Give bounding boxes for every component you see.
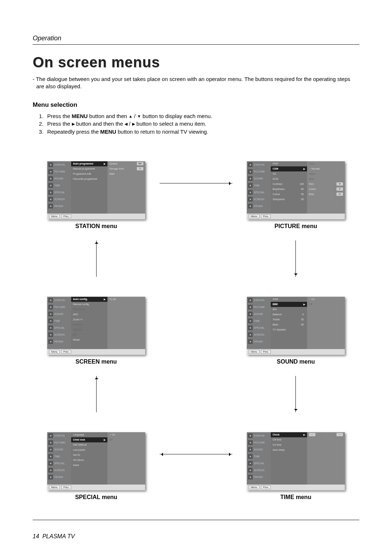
sidebar-item[interactable]: ■SCREEN (47, 467, 71, 474)
menu-item[interactable]: Sharpness50 (271, 197, 307, 202)
sidebar-item[interactable]: ■PICTURE (47, 168, 71, 175)
sidebar-item[interactable]: ■SOUND (47, 311, 71, 317)
sidebar-item[interactable]: ■SOUND (247, 175, 271, 182)
menu-item[interactable]: ACM (271, 177, 307, 182)
menu-button[interactable]: Menu (49, 485, 60, 489)
sidebar-item[interactable]: ■SOUND (47, 175, 71, 182)
menu-item[interactable]: Blue0 (307, 192, 345, 197)
menu-item[interactable]: Language (71, 432, 107, 437)
sidebar-item[interactable]: ■STATION (47, 297, 71, 304)
prev-button[interactable]: Prev. (61, 350, 72, 354)
prev-button[interactable]: Prev. (261, 350, 271, 354)
sidebar-item[interactable]: ■PICTURE (47, 439, 71, 446)
menu-item[interactable]: On time (271, 442, 307, 447)
sidebar-item[interactable]: ■PIP/DW (247, 203, 271, 210)
sidebar-item[interactable]: ■SCREEN (47, 196, 71, 203)
sidebar-item[interactable]: ■SCREEN (47, 331, 71, 338)
menu-item[interactable]: Programme edit (71, 171, 107, 177)
sidebar-item[interactable]: ■PICTURE (47, 304, 71, 311)
menu-item[interactable]: Start (107, 171, 145, 177)
menu-item[interactable]: Auto config. (71, 297, 107, 302)
sidebar-item[interactable]: ■TIME (47, 182, 71, 189)
sidebar-item[interactable]: ■PICTURE (247, 439, 271, 446)
sidebar-item[interactable]: ■TIME (247, 182, 271, 189)
sidebar-item[interactable]: ■PIP/DW (47, 203, 71, 210)
menu-item[interactable]: Storage from1 (107, 166, 145, 171)
prev-button[interactable]: Prev. (61, 485, 72, 489)
menu-item[interactable]: Low power (71, 447, 107, 453)
sidebar-item[interactable]: ■STATION (47, 161, 71, 168)
menu-item[interactable]: Reset (71, 337, 107, 343)
menu-item[interactable]: Position (71, 322, 107, 327)
menu-item[interactable]: Balance0 (271, 312, 307, 317)
menu-item[interactable]: Cool (307, 161, 345, 166)
menu-item[interactable]: Auto programme (71, 161, 107, 166)
sidebar-item[interactable]: ■TIME (247, 453, 271, 460)
menu-item[interactable]: Favourite programme (71, 177, 107, 182)
menu-item[interactable]: Normal (307, 166, 345, 171)
sidebar-item[interactable]: ■SPECIAL (47, 189, 71, 196)
menu-item[interactable]: Index (71, 463, 107, 468)
menu-item[interactable]: BBE (271, 302, 307, 307)
menu-button[interactable]: Menu (249, 485, 260, 489)
menu-button[interactable]: Menu (49, 350, 60, 354)
menu-item[interactable]: NR (71, 332, 107, 337)
sidebar-item[interactable]: ■PIP/DW (247, 474, 271, 481)
menu-item[interactable]: CSM (271, 166, 307, 171)
menu-item[interactable]: Green0 (307, 187, 345, 192)
menu-item[interactable]: Colour50 (271, 192, 307, 197)
sidebar-item[interactable]: ■STATION (247, 297, 271, 304)
prev-button[interactable]: Prev. (61, 214, 72, 218)
sidebar-item[interactable]: ■TIME (247, 317, 271, 324)
menu-item[interactable]: SystemBG (107, 161, 145, 166)
menu-item[interactable]: Bass50 (271, 322, 307, 327)
menu-item[interactable]: Set ID (71, 453, 107, 458)
sidebar-item[interactable]: ■SPECIAL (47, 324, 71, 331)
sidebar-item[interactable]: ■SOUND (247, 446, 271, 453)
sidebar-item[interactable]: ■STATION (247, 161, 271, 168)
menu-item[interactable]: SSM (271, 297, 307, 302)
menu-item[interactable]: Auto sleep (271, 447, 307, 453)
sidebar-item[interactable]: ■TIME (47, 317, 71, 324)
menu-item[interactable]: Off (307, 302, 345, 307)
menu-item[interactable]: XD (271, 171, 307, 177)
menu-item[interactable]: Contrast100 (271, 182, 307, 187)
sidebar-item[interactable]: ■SCREEN (247, 196, 271, 203)
menu-item[interactable]: Child lock (71, 437, 107, 442)
menu-button[interactable]: Menu (49, 214, 60, 218)
menu-item[interactable]: On (107, 432, 145, 437)
menu-item[interactable]: TV Speaker (271, 327, 307, 332)
menu-item[interactable]: User (307, 177, 345, 182)
menu-item[interactable]: Brightness60 (271, 187, 307, 192)
menu-item[interactable]: Warm (307, 171, 345, 177)
sidebar-item[interactable]: ■SCREEN (247, 331, 271, 338)
sidebar-item[interactable]: ■SOUND (47, 446, 71, 453)
menu-button[interactable]: Menu (249, 214, 260, 218)
menu-item[interactable]: Manual config. (71, 302, 107, 307)
menu-item[interactable]: VGA Mode (71, 307, 107, 312)
menu-button[interactable]: Menu (249, 350, 260, 354)
sidebar-item[interactable]: ■TIME (47, 453, 71, 460)
menu-item[interactable]: ARC (71, 312, 107, 317)
menu-item[interactable]: Off time (271, 437, 307, 442)
sidebar-item[interactable]: ■PICTURE (247, 168, 271, 175)
sidebar-item[interactable]: ■SPECIAL (247, 324, 271, 331)
sidebar-item[interactable]: ■SPECIAL (47, 460, 71, 467)
menu-item[interactable]: On (307, 297, 345, 302)
sidebar-item[interactable]: ■PIP/DW (247, 338, 271, 345)
menu-item[interactable]: Off (107, 437, 145, 442)
menu-item[interactable]: Manual programme (71, 166, 107, 171)
menu-item[interactable]: Treble50 (271, 317, 307, 322)
sidebar-item[interactable]: ■SPECIAL (247, 189, 271, 196)
prev-button[interactable]: Prev. (261, 214, 271, 218)
sidebar-item[interactable]: ■PICTURE (247, 304, 271, 311)
menu-item[interactable]: AVL (271, 307, 307, 312)
sidebar-item[interactable]: ■SPECIAL (247, 460, 271, 467)
sidebar-item[interactable]: ■SCREEN (247, 467, 271, 474)
sidebar-item[interactable]: ■SOUND (247, 311, 271, 317)
menu-item[interactable]: Red0 (307, 182, 345, 187)
menu-item[interactable]: To set (107, 297, 145, 302)
sidebar-item[interactable]: ■STATION (47, 432, 71, 439)
sidebar-item[interactable]: ■PIP/DW (47, 338, 71, 345)
menu-item[interactable]: Cinema (71, 327, 107, 332)
